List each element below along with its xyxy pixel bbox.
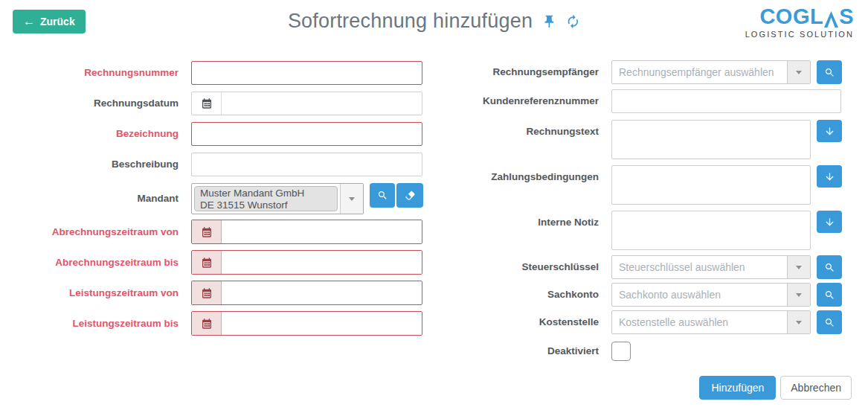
search-icon (377, 190, 388, 201)
submit-button[interactable]: Hinzufügen (699, 376, 776, 400)
leistungszeitraum-bis-input[interactable] (222, 312, 422, 335)
page-header: Sofortrechnung hinzufügen (288, 10, 580, 33)
kostenstelle-search-button[interactable] (817, 310, 842, 334)
sachkonto-search-button[interactable] (817, 283, 842, 307)
mandant-label: Mandant (0, 183, 191, 214)
coglas-logo: COGLS LOGISTIC SOLUTION (745, 6, 854, 39)
back-button[interactable]: ← Zurück (13, 10, 86, 33)
arrow-down-icon (824, 171, 835, 182)
field-row-rechnungsdatum: Rechnungsdatum (0, 92, 428, 115)
abrechnungszeitraum-bis-label: Abrechnungszeitraum bis (0, 250, 191, 275)
steuerschluessel-search-button[interactable] (817, 255, 842, 279)
rechnungsempfaenger-search-button[interactable] (817, 60, 842, 84)
field-row-mandant: Mandant Muster Mandant GmbH DE 31515 Wun… (0, 183, 428, 214)
mandant-value-line1: Muster Mandant GmbH (200, 188, 332, 199)
rechnungsnummer-input[interactable] (191, 61, 422, 85)
arrow-down-icon (824, 126, 835, 137)
steuerschluessel-label: Steuerschlüssel (476, 255, 611, 279)
bezeichnung-label: Bezeichnung (0, 122, 191, 146)
field-row-bezeichnung: Bezeichnung (0, 122, 428, 146)
chevron-down-icon[interactable] (787, 311, 810, 333)
interne-notiz-textarea[interactable] (611, 211, 811, 250)
kostenstelle-select[interactable]: Kostenstelle auswählen (611, 310, 811, 334)
field-row-abrechnungszeitraum-bis: Abrechnungszeitraum bis (0, 250, 428, 275)
beschreibung-label: Beschreibung (0, 153, 191, 176)
mandant-clear-button[interactable] (396, 183, 423, 208)
logo-triangle-a-icon (824, 11, 838, 28)
abrechnungszeitraum-bis-input[interactable] (222, 251, 422, 274)
arrow-left-icon: ← (23, 16, 35, 28)
kostenstelle-placeholder: Kostenstelle auswählen (612, 311, 787, 333)
abrechnungszeitraum-bis-field (191, 250, 422, 275)
calendar-icon[interactable] (192, 92, 222, 115)
field-row-zahlungsbedingungen: Zahlungsbedingungen (476, 165, 868, 205)
logo-wordmark: COGLS (745, 6, 854, 28)
rechnungstext-download-button[interactable] (817, 120, 842, 142)
zahlungsbedingungen-textarea[interactable] (611, 165, 811, 205)
steuerschluessel-placeholder: Steuerschlüssel auswählen (612, 256, 787, 278)
mandant-select[interactable]: Muster Mandant GmbH DE 31515 Wunstorf (191, 183, 364, 214)
field-row-leistungszeitraum-bis: Leistungszeitraum bis (0, 311, 428, 336)
sachkonto-label: Sachkonto (476, 283, 611, 307)
leistungszeitraum-bis-label: Leistungszeitraum bis (0, 311, 191, 336)
pin-icon[interactable] (541, 14, 556, 29)
cancel-button[interactable]: Abbrechen (780, 376, 852, 400)
calendar-icon[interactable] (192, 251, 222, 274)
form-right-column: Rechnungsempfänger Rechnungsempfänger au… (476, 60, 868, 361)
page: ← Zurück Sofortrechnung hinzufügen COGLS… (0, 0, 868, 419)
chevron-down-icon[interactable] (787, 256, 810, 278)
sachkonto-placeholder: Sachkonto auswählen (612, 284, 787, 306)
field-row-kundenreferenznummer: Kundenreferenznummer (476, 89, 868, 113)
kundenreferenznummer-input[interactable] (611, 89, 841, 113)
field-row-steuerschluessel: Steuerschlüssel Steuerschlüssel auswähle… (476, 255, 868, 279)
mandant-value-line2: DE 31515 Wunstorf (200, 199, 332, 211)
rechnungsempfaenger-placeholder: Rechnungsempfänger auswählen (612, 61, 787, 83)
logo-text-suffix: S (839, 6, 854, 28)
zahlungsbedingungen-download-button[interactable] (817, 165, 842, 188)
search-icon (824, 290, 835, 301)
field-row-rechnungsnummer: Rechnungsnummer (0, 61, 428, 85)
bezeichnung-input[interactable] (191, 122, 422, 146)
leistungszeitraum-bis-field (191, 311, 422, 336)
deaktiviert-label: Deaktiviert (476, 342, 611, 361)
form-left-column: Rechnungsnummer Rechnungsdatum Bezeichnu… (0, 61, 428, 336)
search-icon (824, 262, 835, 273)
eraser-icon (405, 190, 416, 201)
leistungszeitraum-von-label: Leistungszeitraum von (0, 281, 191, 305)
chevron-down-icon[interactable] (340, 184, 363, 214)
abrechnungszeitraum-von-field (191, 220, 422, 244)
chevron-down-icon[interactable] (787, 284, 810, 306)
mandant-search-button[interactable] (370, 183, 395, 208)
deaktiviert-checkbox[interactable] (611, 342, 631, 361)
refresh-icon[interactable] (565, 14, 580, 29)
logo-subtitle: LOGISTIC SOLUTION (745, 30, 854, 39)
calendar-icon[interactable] (192, 281, 222, 304)
rechnungsdatum-label: Rechnungsdatum (0, 92, 191, 115)
abrechnungszeitraum-von-input[interactable] (222, 220, 422, 243)
field-row-leistungszeitraum-von: Leistungszeitraum von (0, 281, 428, 305)
form-actions: Hinzufügen Abbrechen (699, 376, 852, 400)
page-title: Sofortrechnung hinzufügen (288, 10, 533, 33)
rechnungstext-textarea[interactable] (611, 120, 811, 159)
sachkonto-select[interactable]: Sachkonto auswählen (611, 283, 811, 307)
field-row-abrechnungszeitraum-von: Abrechnungszeitraum von (0, 220, 428, 244)
interne-notiz-download-button[interactable] (817, 211, 842, 233)
steuerschluessel-select[interactable]: Steuerschlüssel auswählen (611, 255, 811, 279)
interne-notiz-label: Interne Notiz (476, 211, 611, 234)
field-row-beschreibung: Beschreibung (0, 153, 428, 176)
leistungszeitraum-von-input[interactable] (222, 281, 422, 304)
kostenstelle-label: Kostenstelle (476, 310, 611, 334)
calendar-icon[interactable] (192, 312, 222, 335)
zahlungsbedingungen-label: Zahlungsbedingungen (476, 165, 611, 189)
beschreibung-input[interactable] (191, 153, 422, 176)
field-row-rechnungstext: Rechnungstext (476, 120, 868, 159)
search-icon (824, 67, 835, 78)
logo-text: COGL (759, 6, 823, 28)
chevron-down-icon[interactable] (787, 61, 810, 83)
field-row-rechnungsempfaenger: Rechnungsempfänger Rechnungsempfänger au… (476, 60, 868, 84)
rechnungsdatum-input[interactable] (222, 92, 422, 115)
field-row-interne-notiz: Interne Notiz (476, 211, 868, 250)
calendar-icon[interactable] (192, 220, 222, 243)
rechnungsempfaenger-select[interactable]: Rechnungsempfänger auswählen (611, 60, 811, 84)
field-row-sachkonto: Sachkonto Sachkonto auswählen (476, 283, 868, 307)
